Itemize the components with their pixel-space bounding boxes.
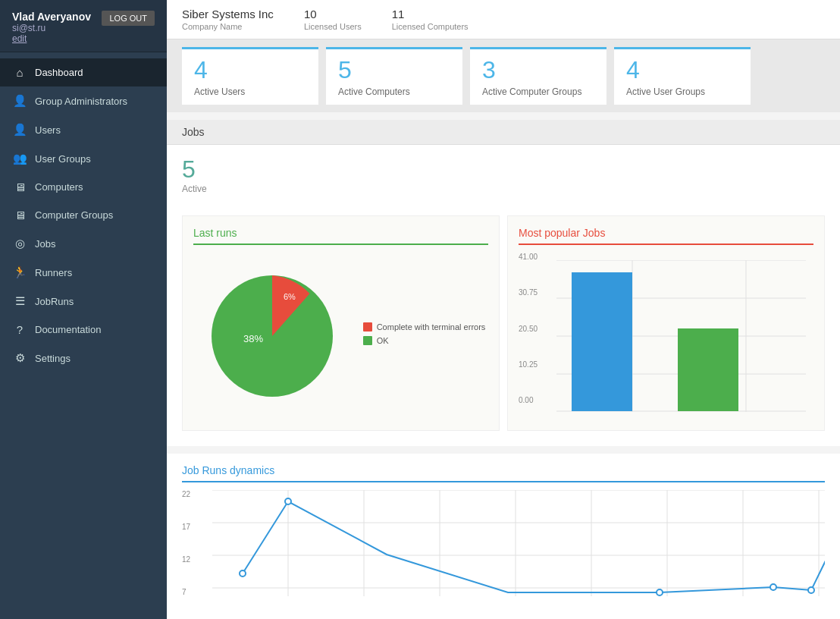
licensed-users-label: Licensed Users [304,22,362,31]
stat-card-active-computers: 5 Active Computers [326,47,462,105]
active-computers-label: Active Computers [338,86,447,97]
jobs-icon: ◎ [12,237,27,250]
line-chart-polyline [243,501,825,592]
legend-dot-ok [363,336,372,345]
sidebar-label-users: Users [35,124,61,136]
bar-chart-area: 41.00 30.75 20.50 10.25 0.00 [519,253,813,419]
active-users-label: Active Users [194,86,303,97]
sidebar-nav: ⌂ Dashboard 👤 Group Administrators 👤 Use… [0,52,167,619]
sidebar-label-documentation: Documentation [35,324,101,335]
dashboard-icon: ⌂ [12,66,27,79]
last-runs-chart: Last runs 38% 6% [182,215,500,431]
sidebar-item-dashboard[interactable]: ⌂ Dashboard [0,58,167,86]
active-computer-groups-label: Active Computer Groups [482,86,591,97]
line-y-labels: 22 17 12 7 [182,490,190,596]
licensed-computers-value: 11 [392,8,469,20]
computer-groups-icon: 🖥 [12,209,27,222]
username: Vlad Averyanov [12,11,91,23]
bar-1 [572,272,632,411]
jobs-active-number: 5 [182,156,825,184]
computers-icon: 🖥 [12,181,27,193]
line-chart-svg [212,490,825,611]
sidebar-label-user-groups: User Groups [35,153,91,165]
company-name-value: Siber Systems Inc [182,8,274,20]
sidebar-label-jobs: Jobs [35,238,55,250]
stat-card-active-computer-groups: 3 Active Computer Groups [470,47,606,105]
stat-card-active-user-groups: 4 Active User Groups [614,47,751,105]
most-popular-title: Most popular Jobs [519,227,813,245]
y-line-label-17: 17 [182,523,190,531]
sidebar-item-users[interactable]: 👤 Users [0,115,167,144]
users-icon: 👤 [12,123,27,137]
y-label-2: 20.50 [519,325,538,333]
documentation-icon: ? [12,323,27,336]
licensed-users-value: 10 [304,8,362,20]
line-dot-5 [808,587,814,593]
sidebar-item-documentation[interactable]: ? Documentation [0,316,167,344]
group-admin-icon: 👤 [12,94,27,108]
line-chart-area: 22 17 12 7 [182,490,825,619]
logout-button[interactable]: LOG OUT [102,11,155,26]
y-line-label-7: 7 [182,588,190,596]
sidebar: Vlad Averyanov si@st.ru edit LOG OUT ⌂ D… [0,0,167,619]
sidebar-item-runners[interactable]: 🏃 Runners [0,258,167,287]
y-line-label-12: 12 [182,555,190,564]
y-label-0: 41.00 [519,253,538,261]
sidebar-item-user-groups[interactable]: 👥 User Groups [0,144,167,173]
sidebar-label-jobruns: JobRuns [35,296,74,307]
active-user-groups-label: Active User Groups [626,86,735,97]
top-header: Siber Systems Inc Company Name 10 Licens… [167,0,840,39]
dynamics-title: Job Runs dynamics [182,464,825,482]
active-computer-groups-number: 3 [482,57,591,83]
sidebar-label-computer-groups: Computer Groups [35,209,113,221]
jobs-body: 5 Active [167,145,840,215]
legend-dot-errors [363,322,372,331]
line-dot-4 [770,584,776,590]
bar-y-labels: 41.00 30.75 20.50 10.25 0.00 [519,253,538,404]
y-label-1: 30.75 [519,288,538,297]
runners-icon: 🏃 [12,266,27,279]
sidebar-label-group-admin: Group Administrators [35,96,127,107]
user-info: Vlad Averyanov si@st.ru edit LOG OUT [0,0,167,52]
jobs-active: 5 Active [182,156,825,194]
active-computers-number: 5 [338,57,447,83]
sidebar-item-computers[interactable]: 🖥 Computers [0,173,167,201]
pie-container: 38% 6% Complete with terminal errors OK [193,253,488,419]
y-line-label-22: 22 [182,490,190,498]
legend-item-errors: Complete with terminal errors [363,322,486,331]
line-dot-3 [657,589,663,595]
legend-label-ok: OK [377,336,389,345]
stat-card-active-users: 4 Active Users [182,47,318,105]
sidebar-label-settings: Settings [35,353,71,364]
sidebar-label-dashboard: Dashboard [35,67,83,78]
pie-label-38: 38% [243,333,263,344]
sidebar-item-jobruns[interactable]: ☰ JobRuns [0,287,167,316]
sidebar-item-computer-groups[interactable]: 🖥 Computer Groups [0,201,167,229]
company-item: Siber Systems Inc Company Name [182,8,274,31]
sidebar-item-group-administrators[interactable]: 👤 Group Administrators [0,86,167,115]
last-runs-title: Last runs [193,227,488,245]
legend-label-errors: Complete with terminal errors [377,322,486,331]
pie-label-6: 6% [284,292,296,301]
sidebar-label-computers: Computers [35,181,83,193]
pie-legend: Complete with terminal errors OK [363,322,486,350]
jobs-title: Jobs [182,126,205,138]
pie-chart: 38% 6% [196,260,348,412]
line-dot-1 [240,570,246,577]
line-dot-2 [285,498,291,504]
licensed-computers-label: Licensed Computers [392,22,469,31]
bar-chart-svg [556,260,806,412]
jobruns-icon: ☰ [12,294,27,308]
user-email: si@st.ru [12,23,91,33]
charts-row: Last runs 38% 6% [167,215,840,446]
edit-link[interactable]: edit [12,33,91,44]
sidebar-item-jobs[interactable]: ◎ Jobs [0,229,167,258]
company-name-label: Company Name [182,22,274,31]
job-runs-dynamics-section: Job Runs dynamics 22 17 12 7 [167,454,840,619]
user-groups-icon: 👥 [12,152,27,165]
licensed-users-item: 10 Licensed Users [304,8,362,31]
licensed-computers-item: 11 Licensed Computers [392,8,469,31]
bar-2 [678,328,738,411]
active-user-groups-number: 4 [626,57,735,83]
sidebar-item-settings[interactable]: ⚙ Settings [0,344,167,372]
